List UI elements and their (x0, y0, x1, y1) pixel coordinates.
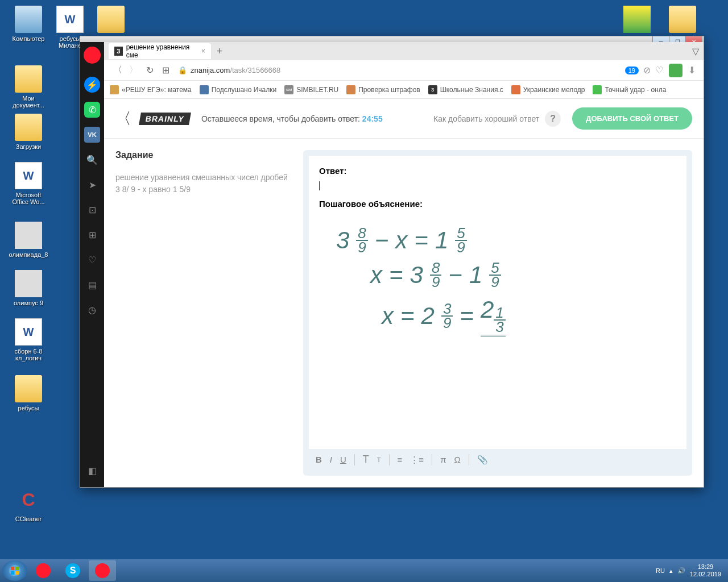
news-icon[interactable]: ▤ (84, 277, 100, 293)
svg-rect-2 (15, 567, 19, 570)
page-content: 〈 BRAINLY Оставшееся время, чтобы добави… (104, 99, 704, 487)
explanation-label: Пошаговое объяснение: (319, 199, 676, 209)
taskbar-skype[interactable]: S (59, 560, 86, 581)
nav-back-button[interactable]: 〈 (110, 63, 126, 78)
tray-clock[interactable]: 13:29 12.02.2019 (690, 563, 721, 578)
messenger-icon[interactable]: ⚡ (84, 77, 100, 93)
add-answer-button[interactable]: ДОБАВИТЬ СВОЙ ОТВЕТ (572, 107, 692, 130)
tab-favicon-icon: З (114, 47, 123, 56)
heart-bookmark-icon[interactable]: ♡ (655, 65, 663, 76)
page-back-button[interactable]: 〈 (115, 108, 131, 130)
desktop-icon-olymp8[interactable]: олимпиада_8 (9, 222, 48, 258)
desktop-icon-docs[interactable]: Мои документ... (9, 65, 48, 109)
help-link[interactable]: Как добавить хороший ответ (433, 114, 539, 123)
bookmark-favicon-icon (200, 85, 209, 94)
bookmarks-bar: «РЕШУ ЕГЭ»: матема Подслушано Ичалки SIM… (104, 81, 704, 99)
desktop-icon-ccleaner[interactable]: CCCleaner (9, 486, 48, 522)
new-tab-button[interactable]: + (217, 45, 223, 57)
browser-window: ─ ☐ ✕ ⚡ ✆ VK 🔍 ➤ ⊡ ⊞ ♡ ▤ ◷ ◧ З решение у… (80, 36, 704, 488)
handwritten-math: 389 −x = 159 x= 389 − 159 (319, 214, 676, 349)
bookmark-item[interactable]: ЗШкольные Знания.c (428, 85, 503, 94)
tab-menu-icon[interactable]: ▽ (692, 46, 699, 57)
time-remaining: Оставшееся время, чтобы добавить ответ: … (201, 114, 383, 123)
task-column: Задание решение уравнения смешанных чисе… (115, 150, 292, 476)
attachment-button[interactable]: 📎 (477, 455, 488, 465)
desktop-icon-word[interactable]: Microsoft Office Wo... (9, 162, 48, 205)
svg-rect-1 (11, 567, 14, 570)
bookmark-favicon-icon (511, 85, 520, 94)
taskbar-opera-active[interactable] (89, 560, 116, 581)
heart-icon[interactable]: ♡ (84, 252, 100, 268)
tray-sound-icon[interactable]: 🔊 (677, 567, 685, 575)
search-icon[interactable]: 🔍 (84, 152, 100, 168)
desktop-icon-rebus[interactable]: ребусы (9, 375, 48, 411)
url-path: /task/31566668 (230, 66, 280, 74)
windows-logo-icon (8, 564, 22, 577)
download-icon[interactable]: ⬇ (688, 65, 696, 76)
help-icon[interactable]: ? (545, 111, 561, 127)
vk-icon[interactable]: VK (84, 127, 100, 143)
ordered-list-button[interactable]: ≡ (398, 455, 403, 464)
editor-toolbar: B I U T T ≡ ⋮≡ π Ω (309, 449, 686, 470)
send-icon[interactable]: ➤ (84, 177, 100, 193)
extension-icon[interactable] (669, 64, 682, 77)
bold-button[interactable]: B (316, 455, 322, 464)
desktop-icon-downloads[interactable]: Загрузки (9, 114, 48, 150)
taskbar-opera[interactable] (30, 560, 57, 581)
start-button[interactable] (2, 560, 27, 581)
bookmark-favicon-icon: З (428, 85, 437, 94)
reload-button[interactable]: ↻ (142, 63, 158, 78)
desktop-icon-olymp9[interactable]: олимпус 9 (9, 270, 48, 306)
task-text: решение уравнения смешанных чисел дробей… (115, 172, 292, 196)
opera-logo-icon[interactable] (84, 47, 101, 64)
address-bar: 〈 〉 ↻ ⊞ 🔒 znanija.com/task/31566668 19 ⊘… (104, 60, 704, 81)
desktop-icon-sborn[interactable]: сборн 6-8 кл_логич (9, 318, 48, 361)
whatsapp-icon[interactable]: ✆ (84, 102, 100, 118)
sidebar-toggle-icon[interactable]: ◧ (84, 463, 100, 479)
title-bar[interactable]: ─ ☐ ✕ (80, 36, 704, 42)
bookmark-item[interactable]: Проверка штрафов (346, 85, 420, 94)
bookmark-item[interactable]: SIMSIMBILET.RU (284, 85, 338, 94)
bookmark-favicon-icon (110, 85, 119, 94)
lock-icon: 🔒 (178, 66, 187, 74)
system-tray: RU ▴ 🔊 13:29 12.02.2019 (656, 563, 726, 578)
bookmark-item[interactable]: Украинские мелодр (511, 85, 585, 94)
url-domain: znanija.com (191, 66, 230, 74)
small-text-button[interactable]: T (377, 456, 381, 463)
answer-label: Ответ: (319, 166, 676, 176)
grid-icon[interactable]: ⊞ (84, 227, 100, 243)
bookmark-item[interactable]: «РЕШУ ЕГЭ»: матема (110, 85, 192, 94)
omega-button[interactable]: Ω (454, 455, 460, 464)
shield-icon[interactable]: ⊘ (643, 65, 651, 76)
url-field[interactable]: 🔒 znanija.com/task/31566668 (178, 66, 621, 74)
tray-lang[interactable]: RU (656, 567, 665, 574)
large-text-button[interactable]: T (363, 454, 369, 465)
speed-dial-button[interactable]: ⊞ (158, 63, 173, 78)
answer-editor[interactable]: Ответ: Пошаговое объяснение: 389 −x = 15… (309, 156, 686, 449)
history-icon[interactable]: ◷ (84, 302, 100, 318)
bookmark-item[interactable]: Подслушано Ичалки (200, 85, 276, 94)
taskbar: S RU ▴ 🔊 13:29 12.02.2019 (0, 559, 728, 582)
opera-sidebar: ⚡ ✆ VK 🔍 ➤ ⊡ ⊞ ♡ ▤ ◷ ◧ (80, 42, 104, 487)
browser-tab[interactable]: З решение уравнения сме × (109, 43, 211, 59)
blocker-badge[interactable]: 19 (625, 66, 639, 74)
unordered-list-button[interactable]: ⋮≡ (410, 455, 424, 465)
nav-forward-button[interactable]: 〉 (126, 63, 142, 78)
tab-close-icon[interactable]: × (201, 47, 205, 55)
bookmark-favicon-icon (593, 85, 602, 94)
bookmark-item[interactable]: Точный удар - онла (593, 85, 666, 94)
tray-expand-icon[interactable]: ▴ (669, 567, 673, 575)
answer-column: Ответ: Пошаговое объяснение: 389 −x = 15… (303, 150, 692, 476)
svg-rect-3 (11, 571, 14, 575)
camera-icon[interactable]: ⊡ (84, 202, 100, 218)
brainly-logo[interactable]: BRAINLY (139, 113, 191, 125)
desktop-icon-computer[interactable]: Компьютер (9, 6, 48, 42)
task-title: Задание (115, 150, 292, 160)
bookmark-favicon-icon: SIM (284, 85, 293, 94)
italic-button[interactable]: I (330, 455, 332, 464)
tab-title: решение уравнения сме (126, 43, 197, 59)
pi-button[interactable]: π (440, 455, 446, 464)
page-header: 〈 BRAINLY Оставшееся время, чтобы добави… (104, 99, 704, 139)
bookmark-favicon-icon (346, 85, 355, 94)
underline-button[interactable]: U (340, 455, 346, 464)
